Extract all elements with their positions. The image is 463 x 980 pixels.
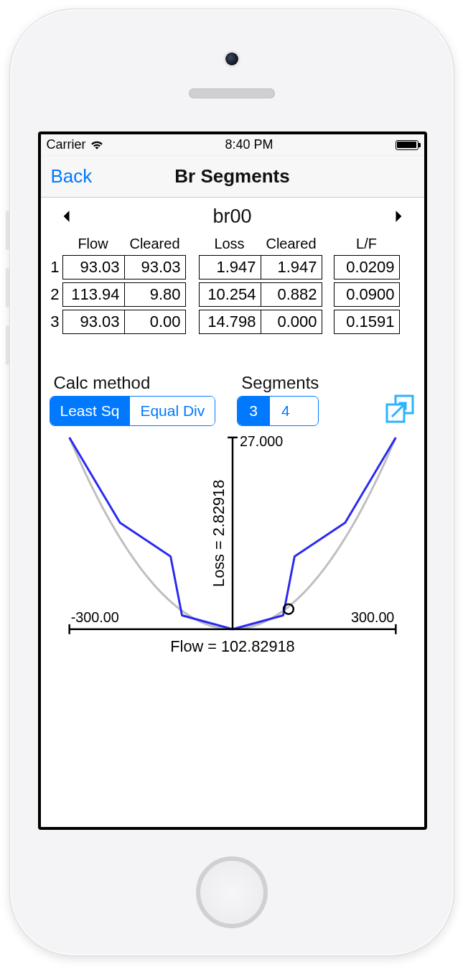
cell-cleared2[interactable]: 0.000 [261,310,322,334]
cell-cleared2[interactable]: 1.947 [261,255,322,279]
page-title: Br Segments [41,165,424,188]
status-time: 8:40 PM [225,137,273,152]
loss-flow-chart: -300.00300.0027.000Loss = 2.82918Flow = … [48,430,417,665]
prev-branch-button[interactable] [55,202,77,231]
home-button[interactable] [196,856,268,928]
svg-text:300.00: 300.00 [350,609,393,625]
calc-method-label: Calc method [50,373,216,393]
cell-loss[interactable]: 10.254 [199,282,261,307]
chevron-right-icon [394,210,404,223]
chart[interactable]: -300.00300.0027.000Loss = 2.82918Flow = … [48,430,417,665]
phone-speaker [189,88,275,98]
cell-cleared1[interactable]: 93.03 [124,255,186,279]
wifi-icon [90,140,103,150]
expand-icon [384,393,416,425]
phone-camera [225,52,238,65]
segments-label: Segments [237,373,319,393]
expand-chart-button[interactable] [384,393,416,425]
calc-method-equal-div[interactable]: Equal Div [129,397,215,425]
cell-cleared1[interactable]: 9.80 [124,282,186,307]
phone-frame: Carrier 8:40 PM Back Br Segments [9,9,454,956]
controls-row: Calc method Least Sq Equal Div Segments … [48,373,417,426]
chevron-left-icon [61,210,71,223]
row-index: 1 [48,258,60,277]
segments-4[interactable]: 4 [269,397,301,425]
segments-segmented[interactable]: 3 4 [237,396,319,426]
table-row: 2 113.94 9.80 10.254 0.882 0.0900 [48,282,417,307]
col-flow: Flow [62,235,124,252]
cell-loss[interactable]: 14.798 [199,310,261,334]
segments-3[interactable]: 3 [238,397,269,425]
next-branch-button[interactable] [388,202,410,231]
col-lf: L/F [334,235,400,252]
col-cleared1: Cleared [124,235,186,252]
svg-text:Loss = 2.82918: Loss = 2.82918 [210,480,228,587]
cell-lf[interactable]: 0.1591 [334,310,400,334]
nav-bar: Back Br Segments [41,156,424,198]
screen: Carrier 8:40 PM Back Br Segments [38,131,427,830]
carrier-label: Carrier [47,137,86,152]
col-loss: Loss [199,235,261,252]
table-row: 3 93.03 0.00 14.798 0.000 0.1591 [48,310,417,334]
cell-lf[interactable]: 0.0900 [334,282,400,307]
row-index: 2 [48,285,60,304]
cell-flow[interactable]: 93.03 [62,255,124,279]
cell-lf[interactable]: 0.0209 [334,255,400,279]
branch-name: br00 [212,205,251,228]
segments-table: Flow Cleared Loss Cleared L/F 1 93.03 93… [48,235,417,334]
branch-selector: br00 [48,202,417,231]
cell-cleared2[interactable]: 0.882 [261,282,322,307]
cell-flow[interactable]: 93.03 [62,310,124,334]
back-button[interactable]: Back [51,165,93,188]
row-index: 3 [48,313,60,331]
svg-text:Flow = 102.82918: Flow = 102.82918 [170,637,294,655]
content: br00 Flow Cleared Loss Cleared L/F [41,198,424,827]
svg-text:-300.00: -300.00 [70,609,118,625]
calc-method-segmented[interactable]: Least Sq Equal Div [50,396,216,426]
cell-flow[interactable]: 113.94 [62,282,124,307]
cell-loss[interactable]: 1.947 [199,255,261,279]
cell-cleared1[interactable]: 0.00 [124,310,186,334]
calc-method-least-sq[interactable]: Least Sq [50,397,130,425]
col-cleared2: Cleared [261,235,322,252]
table-row: 1 93.03 93.03 1.947 1.947 0.0209 [48,255,417,279]
status-bar: Carrier 8:40 PM [41,134,424,156]
battery-icon [396,140,418,150]
svg-text:27.000: 27.000 [239,433,282,449]
